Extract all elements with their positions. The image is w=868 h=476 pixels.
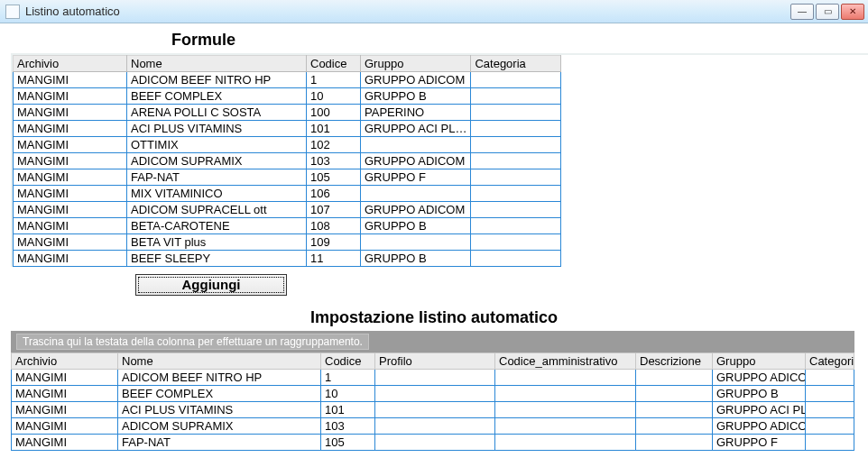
cell-categoria[interactable] <box>806 418 854 435</box>
cell-codice[interactable]: 1 <box>321 370 375 386</box>
add-button[interactable]: Aggiungi <box>135 274 287 296</box>
listino-grid[interactable]: Archivio Nome Codice Profilo Codice_ammi… <box>11 352 854 451</box>
cell-codice[interactable]: 102 <box>307 137 361 153</box>
cell-archivio[interactable]: MANGIMI <box>14 121 127 137</box>
cell-categoria[interactable] <box>471 218 561 234</box>
table-row[interactable]: MANGIMIBETA-CAROTENE108GRUPPO B <box>14 218 561 234</box>
cell-nome[interactable]: ARENA POLLI C SOSTA <box>127 105 307 121</box>
col-nome[interactable]: Nome <box>127 56 307 72</box>
cell-categoria[interactable] <box>471 251 561 267</box>
cell-gruppo[interactable]: GRUPPO ACI PL… <box>361 121 471 137</box>
cell-profilo[interactable] <box>375 370 495 386</box>
cell-gruppo[interactable]: GRUPPO B <box>361 88 471 105</box>
cell-gruppo[interactable]: GRUPPO ADICOM <box>713 370 806 386</box>
cell-codice[interactable]: 101 <box>321 402 375 418</box>
cell-gruppo[interactable]: GRUPPO B <box>713 386 806 402</box>
cell-codamm[interactable] <box>495 435 636 451</box>
table-row[interactable]: MANGIMIADICOM SUPRAMIX103GRUPPO ADICOM <box>14 153 561 169</box>
cell-codice[interactable]: 106 <box>307 186 361 202</box>
col2-archivio[interactable]: Archivio <box>12 353 118 370</box>
cell-gruppo[interactable]: GRUPPO ADICOM <box>361 153 471 169</box>
table-row[interactable]: MANGIMIARENA POLLI C SOSTA100PAPERINO <box>14 105 561 121</box>
cell-archivio[interactable]: MANGIMI <box>14 153 127 169</box>
formule-header-row[interactable]: Archivio Nome Codice Gruppo Categoria <box>14 56 561 72</box>
cell-codice[interactable]: 100 <box>307 105 361 121</box>
cell-archivio[interactable]: MANGIMI <box>14 234 127 251</box>
cell-nome[interactable]: BEEF COMPLEX <box>127 88 307 105</box>
col2-nome[interactable]: Nome <box>118 353 321 370</box>
cell-nome[interactable]: FAP-NAT <box>127 169 307 186</box>
table-row[interactable]: MANGIMIBEEF COMPLEX10GRUPPO B <box>14 88 561 105</box>
table-row[interactable]: MANGIMIFAP-NAT105GRUPPO F <box>14 169 561 186</box>
cell-archivio[interactable]: MANGIMI <box>14 72 127 88</box>
cell-codice[interactable]: 101 <box>307 121 361 137</box>
listino-header-row[interactable]: Archivio Nome Codice Profilo Codice_ammi… <box>12 353 854 370</box>
cell-gruppo[interactable]: GRUPPO ADICOM <box>361 72 471 88</box>
cell-categoria[interactable] <box>471 202 561 218</box>
cell-archivio[interactable]: MANGIMI <box>12 402 118 418</box>
cell-archivio[interactable]: MANGIMI <box>14 218 127 234</box>
cell-nome[interactable]: ACI PLUS VITAMINS <box>127 121 307 137</box>
cell-codice[interactable]: 108 <box>307 218 361 234</box>
cell-descr[interactable] <box>636 370 713 386</box>
cell-nome[interactable]: MIX VITAMINICO <box>127 186 307 202</box>
cell-gruppo[interactable]: GRUPPO ADICOM <box>361 202 471 218</box>
cell-codice[interactable]: 109 <box>307 234 361 251</box>
cell-archivio[interactable]: MANGIMI <box>14 169 127 186</box>
cell-categoria[interactable] <box>806 435 854 451</box>
cell-codice[interactable]: 105 <box>307 169 361 186</box>
col2-categoria[interactable]: Categoria <box>806 353 854 370</box>
cell-profilo[interactable] <box>375 402 495 418</box>
table-row[interactable]: MANGIMIACI PLUS VITAMINS101GRUPPO ACI PL… <box>12 402 854 418</box>
cell-categoria[interactable] <box>471 169 561 186</box>
table-row[interactable]: MANGIMIMIX VITAMINICO106 <box>14 186 561 202</box>
cell-nome[interactable]: FAP-NAT <box>118 435 321 451</box>
cell-nome[interactable]: ADICOM BEEF NITRO HP <box>118 370 321 386</box>
cell-codice[interactable]: 1 <box>307 72 361 88</box>
cell-codamm[interactable] <box>495 370 636 386</box>
cell-codice[interactable]: 10 <box>321 386 375 402</box>
col-codice[interactable]: Codice <box>307 56 361 72</box>
cell-codice[interactable]: 10 <box>307 88 361 105</box>
cell-archivio[interactable]: MANGIMI <box>14 137 127 153</box>
cell-nome[interactable]: BETA-CAROTENE <box>127 218 307 234</box>
cell-nome[interactable]: ADICOM SUPRACELL ott <box>127 202 307 218</box>
cell-codamm[interactable] <box>495 418 636 435</box>
cell-archivio[interactable]: MANGIMI <box>14 105 127 121</box>
maximize-button[interactable]: ▭ <box>816 4 839 20</box>
cell-descr[interactable] <box>636 418 713 435</box>
table-row[interactable]: MANGIMIBETA VIT plus109 <box>14 234 561 251</box>
cell-categoria[interactable] <box>471 153 561 169</box>
col2-gruppo[interactable]: Gruppo <box>713 353 806 370</box>
col-categoria[interactable]: Categoria <box>471 56 561 72</box>
cell-archivio[interactable]: MANGIMI <box>14 251 127 267</box>
cell-categoria[interactable] <box>806 386 854 402</box>
cell-categoria[interactable] <box>471 105 561 121</box>
cell-gruppo[interactable]: PAPERINO <box>361 105 471 121</box>
cell-categoria[interactable] <box>471 121 561 137</box>
col2-codice[interactable]: Codice <box>321 353 375 370</box>
cell-codice[interactable]: 107 <box>307 202 361 218</box>
cell-gruppo[interactable]: GRUPPO ACI PL… <box>713 402 806 418</box>
minimize-button[interactable]: — <box>790 4 814 20</box>
cell-gruppo[interactable]: GRUPPO F <box>361 169 471 186</box>
cell-archivio[interactable]: MANGIMI <box>14 186 127 202</box>
close-button[interactable]: ✕ <box>841 4 864 20</box>
cell-nome[interactable]: BEEF SLEEPY <box>127 251 307 267</box>
cell-codice[interactable]: 103 <box>321 418 375 435</box>
cell-codamm[interactable] <box>495 402 636 418</box>
col-archivio[interactable]: Archivio <box>14 56 127 72</box>
cell-profilo[interactable] <box>375 435 495 451</box>
cell-gruppo[interactable] <box>361 186 471 202</box>
table-row[interactable]: MANGIMIADICOM BEEF NITRO HP1GRUPPO ADICO… <box>14 72 561 88</box>
cell-gruppo[interactable]: GRUPPO B <box>361 251 471 267</box>
cell-categoria[interactable] <box>471 137 561 153</box>
cell-gruppo[interactable]: GRUPPO F <box>713 435 806 451</box>
cell-codice[interactable]: 103 <box>307 153 361 169</box>
cell-categoria[interactable] <box>471 186 561 202</box>
cell-archivio[interactable]: MANGIMI <box>12 435 118 451</box>
col2-descr[interactable]: Descrizione <box>636 353 713 370</box>
cell-categoria[interactable] <box>806 370 854 386</box>
cell-codice[interactable]: 11 <box>307 251 361 267</box>
cell-nome[interactable]: ADICOM BEEF NITRO HP <box>127 72 307 88</box>
